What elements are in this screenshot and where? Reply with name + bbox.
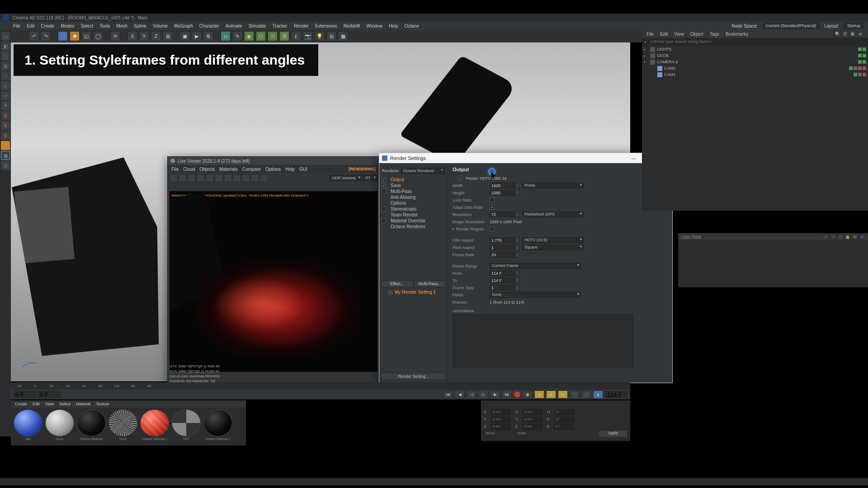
attr-nav-back-button[interactable]: ← xyxy=(823,234,829,239)
scale-tool-button[interactable]: ◱ xyxy=(81,31,91,41)
obj-tab-view[interactable]: View xyxy=(671,31,687,38)
minimize-button[interactable]: — xyxy=(626,153,642,163)
setting-active-icon[interactable]: ⨉ xyxy=(388,290,393,295)
lv-menu-compare[interactable]: Compare xyxy=(241,166,263,172)
mat-tab-select[interactable]: Select xyxy=(57,401,73,407)
live-viewer-window[interactable]: Live Viewer 2020.1.4 (272 days left) Fil… xyxy=(167,156,380,396)
obj-tab-tags[interactable]: Tags xyxy=(707,31,722,38)
axis-x-button[interactable]: X xyxy=(127,31,137,41)
renderer-dropdown[interactable]: Octane Renderer xyxy=(401,168,445,174)
menu-extensions[interactable]: Extensions xyxy=(313,23,340,29)
tree-item-geos[interactable]: GEOS xyxy=(657,53,856,58)
move-tool-button[interactable]: ✥ xyxy=(70,31,80,41)
render-settings-dialog[interactable]: Render Settings — □ ✕ Renderer Octane Re… xyxy=(379,153,673,383)
key-pos-button[interactable]: ● xyxy=(534,390,544,399)
lv-pause-button[interactable] xyxy=(179,174,187,182)
workplane-mode-icon[interactable]: ⊞ xyxy=(1,61,10,70)
measure-button[interactable]: ⫿ xyxy=(291,31,301,41)
render-dot[interactable] xyxy=(854,66,857,70)
width-spinner[interactable] xyxy=(515,183,519,188)
lv-menu-materials[interactable]: Materials xyxy=(217,166,240,172)
key-param-button[interactable]: ⬚ xyxy=(570,390,580,399)
lv-menu-help[interactable]: Help xyxy=(283,166,297,172)
grid-button[interactable]: ⊟ xyxy=(326,31,336,41)
axis-z-button[interactable]: Z xyxy=(151,31,161,41)
menu-mograph[interactable]: MoGraph xyxy=(172,23,195,29)
edge-mode-icon[interactable]: ◇ xyxy=(1,81,10,90)
attr-lock-button[interactable]: 🔒 xyxy=(844,234,851,239)
pos-x-input[interactable]: 0 cm xyxy=(491,409,511,415)
object-mode-icon[interactable]: ▭ xyxy=(1,32,10,41)
pos-z-input[interactable]: 0 cm xyxy=(491,424,511,430)
stereo-item[interactable]: Stereoscopic xyxy=(388,206,445,211)
visibility-dot[interactable] xyxy=(858,60,862,64)
lv-start-button[interactable] xyxy=(170,174,178,182)
resolution-spinner[interactable] xyxy=(515,211,519,217)
pixel-aspect-spinner[interactable] xyxy=(515,244,519,250)
menu-help[interactable]: Help xyxy=(387,23,401,29)
tag-dot[interactable] xyxy=(863,73,866,76)
size-z-input[interactable]: 0 cm xyxy=(522,424,542,430)
pixel-aspect-dropdown[interactable]: Square xyxy=(522,244,584,250)
frame-rate-input[interactable] xyxy=(490,252,515,258)
attr-nav-fwd-button[interactable]: → xyxy=(830,234,836,239)
attr-mode-button[interactable]: ⊞ xyxy=(852,234,858,239)
effect-button[interactable]: Effect... xyxy=(381,280,413,287)
menu-create[interactable]: Create xyxy=(38,23,57,29)
tree-expand-icon[interactable]: ▸ xyxy=(644,54,648,58)
menu-edit[interactable]: Edit xyxy=(24,23,37,29)
lock-ratio-checkbox[interactable] xyxy=(490,197,495,202)
autokey-button[interactable]: ◉ xyxy=(523,390,533,399)
matoverride-checkbox[interactable] xyxy=(381,218,386,223)
teamrender-item[interactable]: Team Render xyxy=(388,212,445,217)
fields-dropdown[interactable]: None xyxy=(490,292,581,298)
material-item[interactable]: Octane Material.1 xyxy=(139,409,170,441)
objects-search-input[interactable]: ▸ <<Enter your search string here>> xyxy=(642,38,868,45)
array-button[interactable]: ⦿ xyxy=(279,31,289,41)
layout-dropdown[interactable]: Startup xyxy=(844,23,863,29)
menu-volume[interactable]: Volume xyxy=(151,23,170,29)
mat-tab-texture[interactable]: Texture xyxy=(94,401,112,407)
size-y-input[interactable]: 0 cm xyxy=(523,417,542,422)
multipass-checkbox[interactable] xyxy=(381,189,386,194)
snap-s1-icon[interactable]: S xyxy=(1,111,10,120)
step-fwd-button[interactable]: ▶ xyxy=(490,390,500,399)
visibility-dot[interactable] xyxy=(858,47,862,51)
material-item[interactable]: Rock xyxy=(44,409,75,441)
options-item[interactable]: Options xyxy=(388,201,445,206)
from-spinner[interactable] xyxy=(515,270,519,276)
material-item[interactable]: Octane Material xyxy=(76,409,107,441)
menu-render[interactable]: Render xyxy=(292,23,311,29)
goto-start-button[interactable]: ⏮ xyxy=(443,390,453,399)
render-setting-footer-button[interactable]: Render Setting... xyxy=(381,373,446,380)
snap-s3-icon[interactable]: S xyxy=(1,131,10,140)
extrude-button[interactable]: ⬡ xyxy=(256,31,266,41)
menu-octane[interactable]: Octane xyxy=(402,23,421,29)
to-spinner[interactable] xyxy=(515,277,519,283)
stereo-checkbox[interactable] xyxy=(381,206,386,211)
point-mode-icon[interactable]: ○ xyxy=(1,71,10,80)
obj-search-icon[interactable]: 🔍 xyxy=(834,31,840,37)
axis-mode-icon[interactable]: ┗ xyxy=(1,101,10,110)
key-scale-button[interactable]: ● xyxy=(546,390,556,399)
tree-expand-icon[interactable]: ▾ xyxy=(644,60,648,64)
render-dot[interactable] xyxy=(863,60,866,64)
from-input[interactable] xyxy=(490,270,515,276)
frame-range-dropdown[interactable]: Current Frame xyxy=(490,263,581,269)
play-fwd-button[interactable]: ▷ xyxy=(478,390,488,399)
menu-tools[interactable]: Tools xyxy=(97,23,112,29)
film-aspect-dropdown[interactable]: HDTV (16:9) xyxy=(522,237,584,243)
obj-tab-file[interactable]: File xyxy=(644,31,656,38)
film-aspect-input[interactable] xyxy=(490,237,515,243)
step-back-button[interactable]: ◀ xyxy=(455,390,465,399)
obj-tab-edit[interactable]: Edit xyxy=(657,31,670,38)
model-mode-icon[interactable]: ◧ xyxy=(1,42,10,51)
lv-region-button[interactable] xyxy=(224,174,232,182)
resolution-input[interactable] xyxy=(490,211,515,217)
render-settings-button[interactable]: ⚙ xyxy=(203,31,213,41)
menu-redshift[interactable]: Redshift xyxy=(341,23,363,29)
enable-axis-icon[interactable]: ● xyxy=(1,141,10,150)
tag-dot[interactable] xyxy=(863,66,866,70)
material-item[interactable]: HST xyxy=(171,409,202,441)
tree-item-cam1[interactable]: CAM1 xyxy=(664,72,852,77)
